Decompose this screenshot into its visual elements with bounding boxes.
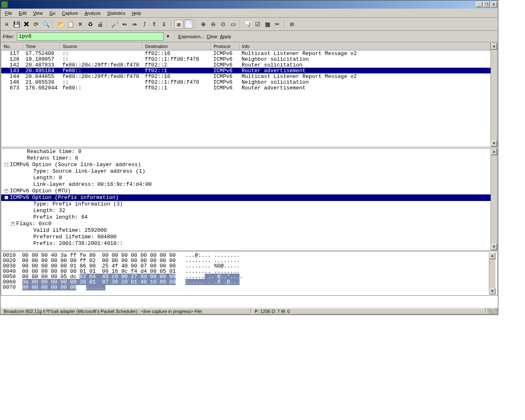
hex-scrollbar[interactable]: ▲ ▼	[489, 253, 495, 294]
tree-line[interactable]: Link-layer address: 00:16:9c:f4:d4:00	[1, 181, 491, 188]
menu-help[interactable]: Help	[129, 10, 144, 16]
tree-line[interactable]: -ICMPv6 Option (Prefix information)	[1, 194, 491, 201]
packet-row[interactable]: 11717.752400::ff02::16ICMPv6Multicast Li…	[1, 50, 491, 56]
scroll-down-icon[interactable]: ▼	[491, 244, 497, 250]
toolbar-save2-icon[interactable]: 📋	[66, 20, 75, 29]
toolbar-resize-icon[interactable]: ▭	[228, 20, 237, 29]
minimize-button[interactable]: _	[476, 2, 482, 7]
tree-line[interactable]: Type: Prefix information (3)	[1, 201, 491, 208]
packet-row[interactable]: 12819.189057::ff02::1:ffd8:f478ICMPv6Nei…	[1, 56, 491, 62]
toolbar-stop-icon[interactable]: ⊘	[288, 20, 297, 29]
packet-list-rows[interactable]: 11717.752400::ff02::16ICMPv6Multicast Li…	[1, 50, 491, 91]
packet-list-pane: No. TimeSourceDestinationProtocolInfo 11…	[1, 43, 498, 147]
toolbar-back-icon[interactable]: ⇐	[120, 20, 129, 29]
menu-analyze[interactable]: Analyze	[82, 10, 103, 16]
packet-details-pane: Reachable time: 0 Retrans timer: 0-ICMPv…	[1, 148, 498, 251]
toolbar-find-icon[interactable]: 🔍	[41, 20, 50, 29]
column-header[interactable]: Source	[60, 43, 143, 50]
toolbar-list-icon[interactable]: ≡	[2, 20, 11, 29]
tree-line[interactable]: Type: Source link-layer address (1)	[1, 168, 491, 175]
packet-list-scrollbar[interactable]: ▲ ▼	[491, 43, 497, 147]
tree-line[interactable]: Retrans timer: 0	[1, 155, 491, 162]
toolbar-tools-icon[interactable]: ✂	[273, 20, 282, 29]
tree-toggle-icon[interactable]: -	[5, 163, 8, 167]
toolbar-view1-icon[interactable]: ≣	[174, 20, 183, 29]
toolbar-open-icon[interactable]: 📂	[56, 20, 65, 29]
column-header[interactable]: Info	[240, 43, 491, 50]
app-icon	[1, 1, 8, 8]
maximize-button[interactable]: ❐	[483, 2, 490, 7]
packet-row[interactable]: 14420.844855fe80::20c:29ff:fed8:f478ff02…	[1, 73, 491, 79]
packet-list-header: No. TimeSourceDestinationProtocolInfo	[1, 43, 491, 50]
packet-bytes-pane: 0010 00 00 00 40 3a ff fe 80 00 00 00 00…	[1, 251, 498, 296]
tree-line[interactable]: +ICMPv6 Option (MTU)	[1, 188, 491, 194]
tree-line[interactable]: Prefix: 2001:738:2001:4010::	[1, 240, 491, 247]
tree-toggle-icon[interactable]: -	[5, 196, 8, 199]
tree-line[interactable]: Length: 32	[1, 208, 491, 214]
app-window: _ ❐ ✕ FileEditViewGoCaptureAnalyzeStatis…	[0, 0, 498, 315]
toolbar-refresh-icon[interactable]: ♻	[86, 20, 95, 29]
tree-line[interactable]: Valid lifetime: 2592000	[1, 227, 491, 234]
toolbar-cap2-icon[interactable]: ☑	[253, 20, 262, 29]
status-left: Broadcom 802.11g h?l?zati adapter (Micro…	[1, 308, 251, 314]
toolbar-zoom-out-icon[interactable]: ⊖	[209, 20, 218, 29]
toolbar-cap1-icon[interactable]: 📊	[243, 20, 252, 29]
toolbar-view2-icon[interactable]: 📄	[184, 20, 193, 29]
tree-line[interactable]: Preferred lifetime: 604800	[1, 234, 491, 240]
menu-go[interactable]: Go	[46, 10, 58, 16]
column-header[interactable]: No.	[1, 43, 23, 50]
toolbar-zoom-in-icon[interactable]: ⊕	[199, 20, 208, 29]
filterbar: Filter: ▼ Expression... Clear Apply	[0, 31, 498, 42]
menu-view[interactable]: View	[30, 10, 46, 16]
toolbar-x-icon[interactable]: ✕	[76, 20, 85, 29]
toolbar-search-icon[interactable]: 🔎	[110, 20, 119, 29]
toolbar-fwd-icon[interactable]: ⇒	[130, 20, 139, 29]
toolbar-up-jump-icon[interactable]: ⤴	[140, 20, 149, 29]
scroll-down-icon[interactable]: ▼	[491, 140, 497, 147]
panes: No. TimeSourceDestinationProtocolInfo 11…	[0, 42, 498, 307]
packet-row[interactable]: 14320.495184fe80::ff02::1ICMPv6Router ad…	[1, 68, 491, 73]
expression-button[interactable]: Expression...	[178, 34, 204, 39]
menu-statistics[interactable]: Statistics	[104, 10, 128, 16]
packet-row[interactable]: 14220.487833fe80::20c:29ff:fed8:f478ff02…	[1, 62, 491, 68]
scroll-down-icon[interactable]: ▼	[489, 288, 495, 294]
tree-line[interactable]: Length: 8	[1, 175, 491, 181]
packet-row[interactable]: 873176.662944fe80::ff02::1ICMPv6Router a…	[1, 85, 491, 91]
scroll-up-icon[interactable]: ▲	[489, 253, 495, 259]
toolbar-up-icon[interactable]: ⇑	[150, 20, 159, 29]
column-header[interactable]: Protocol	[211, 43, 240, 50]
tree-toggle-icon[interactable]: +	[5, 189, 8, 193]
tree-line[interactable]: Reachable time: 0	[1, 148, 491, 155]
toolbar-cap3-icon[interactable]: ▦	[263, 20, 272, 29]
resize-grip[interactable]	[486, 308, 498, 314]
scroll-up-icon[interactable]: ▲	[491, 148, 497, 155]
column-header[interactable]: Destination	[143, 43, 211, 50]
close-button[interactable]: ✕	[491, 2, 497, 7]
apply-button[interactable]: Apply	[220, 34, 231, 39]
toolbar-zoom-1-icon[interactable]: ⊙	[219, 20, 228, 29]
hex-line[interactable]: 0070 00 00 00 00 00 00 ......	[3, 285, 489, 290]
filter-dropdown-icon[interactable]: ▼	[166, 34, 170, 39]
tree-toggle-icon[interactable]: +	[11, 222, 15, 226]
clear-button[interactable]: Clear	[207, 34, 217, 39]
toolbar-reload-icon[interactable]: ⟳	[32, 20, 41, 29]
menu-file[interactable]: File	[2, 10, 15, 16]
tree-line[interactable]: Prefix length: 64	[1, 214, 491, 221]
column-header[interactable]: Time	[23, 43, 60, 50]
filter-label: Filter:	[3, 34, 14, 39]
menu-capture[interactable]: Capture	[59, 10, 81, 16]
toolbar-close-icon[interactable]: 🗙	[22, 20, 31, 29]
details-scrollbar[interactable]: ▲ ▼	[491, 148, 497, 250]
menu-edit[interactable]: Edit	[16, 10, 30, 16]
tree-line[interactable]: +Flags: 0xc0	[1, 221, 491, 227]
scroll-up-icon[interactable]: ▲	[491, 43, 497, 50]
filter-input[interactable]	[17, 32, 164, 41]
statusbar: Broadcom 802.11g h?l?zati adapter (Micro…	[0, 307, 498, 315]
packet-row[interactable]: 14621.065538::ff02::1:ffd8:f478ICMPv6Nei…	[1, 79, 491, 85]
toolbar-save-icon[interactable]: 💾	[12, 20, 21, 29]
window-controls: _ ❐ ✕	[476, 2, 497, 7]
toolbar-print-icon[interactable]: 🖨	[96, 20, 105, 29]
toolbar-down-icon[interactable]: ⇓	[160, 20, 169, 29]
tree-line[interactable]: -ICMPv6 Option (Source link-layer addres…	[1, 162, 491, 168]
toolbar: ≡💾🗙⟳🔍📂📋✕♻🖨🔎⇐⇒⤴⇑⇓≣📄⊕⊖⊙▭📊☑▦✂⊘	[0, 18, 498, 31]
